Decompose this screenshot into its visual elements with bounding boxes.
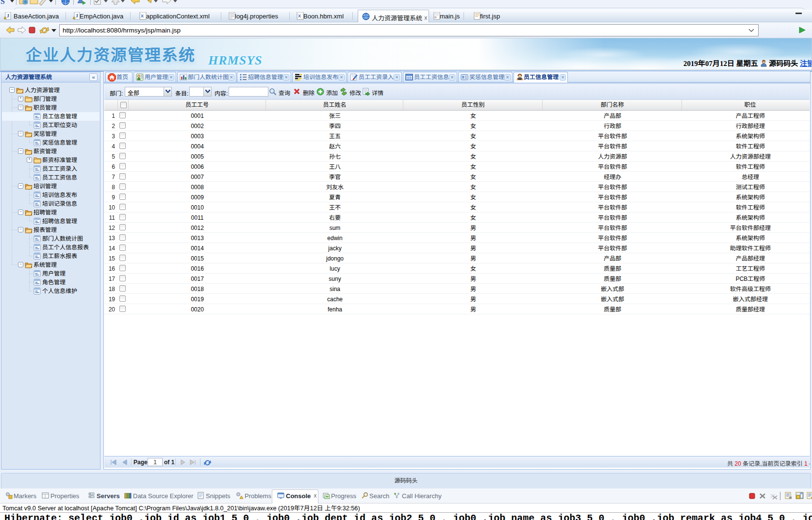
svg-text:J: J (7, 13, 10, 18)
svg-text:X: X (141, 14, 144, 18)
svg-text:S: S (0, 0, 5, 5)
svg-text:!: ! (73, 16, 74, 19)
svg-text:J: J (76, 13, 79, 18)
svg-text:X: X (298, 14, 301, 18)
svg-text:=: = (434, 15, 437, 19)
svg-text:!: ! (4, 16, 5, 19)
